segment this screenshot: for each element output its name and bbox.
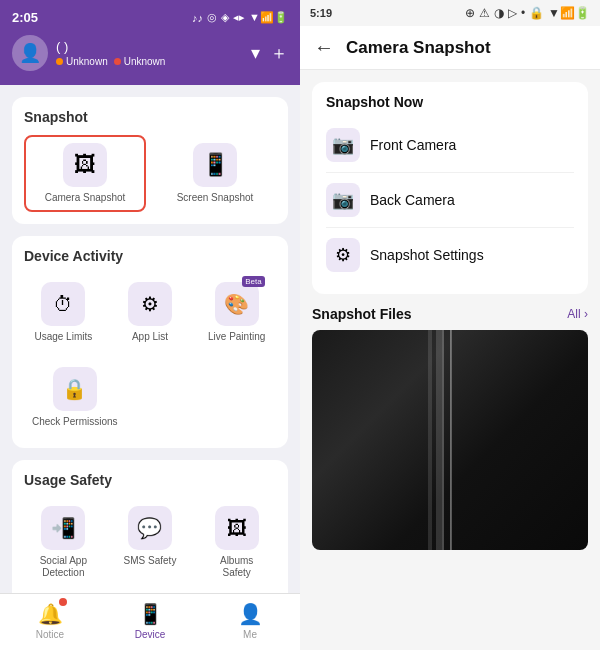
screen-snapshot-icon: 📱 [193, 143, 237, 187]
usage-limits-label: Usage Limits [34, 331, 92, 343]
snapshot-now-title: Snapshot Now [326, 94, 574, 110]
usage-safety-title: Usage Safety [24, 472, 276, 488]
right-status-icons: ⊕ ⚠ ◑ ▷ • 🔒 ▼📶🔋 [465, 6, 590, 20]
usage-limits-icon: ⏱ [41, 282, 85, 326]
image-stripe-3 [450, 330, 451, 550]
app-list-item[interactable]: ⚙ App List [111, 274, 190, 351]
front-camera-item[interactable]: 📷 Front Camera [326, 118, 574, 173]
social-app-detection-label: Social App Detection [32, 555, 95, 579]
live-painting-icon-wrap: 🎨 Beta [215, 282, 259, 326]
snapshot-image [312, 330, 588, 550]
add-button[interactable]: ＋ [270, 41, 288, 65]
nav-device[interactable]: 📱 Device [100, 594, 200, 650]
right-title: Camera Snapshot [346, 38, 491, 58]
right-header: ← Camera Snapshot [300, 26, 600, 70]
snapshot-settings-item[interactable]: ⚙ Snapshot Settings [326, 228, 574, 282]
device-activity-section: Device Activity ⏱ Usage Limits ⚙ App Lis… [12, 236, 288, 448]
me-label: Me [243, 629, 257, 640]
social-app-detection-item[interactable]: 📲 Social App Detection [24, 498, 103, 587]
app-list-icon: ⚙ [128, 282, 172, 326]
albums-safety-label: Albums Safety [205, 555, 268, 579]
device-activity-row2: 🔒 Check Permissions [24, 359, 276, 436]
snapshot-files-all[interactable]: All › [567, 307, 588, 321]
albums-safety-icon: 🖼 [215, 506, 259, 550]
snapshot-files-header: Snapshot Files All › [312, 306, 588, 322]
left-status-bar: 2:05 ♪♪ ◎ ◈ ◂▸ ▼📶🔋 [12, 10, 288, 25]
notice-badge [59, 598, 67, 606]
sms-safety-item[interactable]: 💬 SMS Safety [111, 498, 190, 587]
snapshot-settings-icon: ⚙ [326, 238, 360, 272]
front-camera-icon: 📷 [326, 128, 360, 162]
image-stripe-1 [428, 330, 432, 550]
screen-snapshot-item[interactable]: 📱 Screen Snapshot [154, 135, 276, 212]
back-camera-label: Back Camera [370, 192, 455, 208]
right-content: Snapshot Now 📷 Front Camera 📷 Back Camer… [300, 70, 600, 650]
check-permissions-label: Check Permissions [32, 416, 118, 428]
camera-snapshot-item[interactable]: 🖼 Camera Snapshot [24, 135, 146, 212]
sms-safety-label: SMS Safety [124, 555, 177, 567]
right-status-bar: 5:19 ⊕ ⚠ ◑ ▷ • 🔒 ▼📶🔋 [300, 0, 600, 26]
badge-unknown-1: Unknown [56, 56, 108, 67]
snapshot-settings-label: Snapshot Settings [370, 247, 484, 263]
back-camera-icon: 📷 [326, 183, 360, 217]
snapshot-grid: 🖼 Camera Snapshot 📱 Screen Snapshot [24, 135, 276, 212]
sms-safety-icon: 💬 [128, 506, 172, 550]
snapshot-title: Snapshot [24, 109, 276, 125]
snapshot-section: Snapshot 🖼 Camera Snapshot 📱 Screen Snap… [12, 97, 288, 224]
left-content: Snapshot 🖼 Camera Snapshot 📱 Screen Snap… [0, 85, 300, 593]
nav-notice[interactable]: 🔔 Notice [0, 594, 100, 650]
account-info: 👤 ( ) Unknown Unknown [12, 35, 165, 71]
usage-limits-item[interactable]: ⏱ Usage Limits [24, 274, 103, 351]
device-activity-grid: ⏱ Usage Limits ⚙ App List 🎨 Beta Live Pa… [24, 274, 276, 351]
social-app-detection-icon: 📲 [41, 506, 85, 550]
app-list-label: App List [132, 331, 168, 343]
badge-dot-red [114, 58, 121, 65]
snapshot-now-section: Snapshot Now 📷 Front Camera 📷 Back Camer… [312, 82, 588, 294]
account-badges: Unknown Unknown [56, 56, 165, 67]
albums-safety-item[interactable]: 🖼 Albums Safety [197, 498, 276, 587]
left-header: 2:05 ♪♪ ◎ ◈ ◂▸ ▼📶🔋 👤 ( ) Unknown [0, 0, 300, 85]
snapshot-files-section: Snapshot Files All › [312, 306, 588, 550]
front-camera-label: Front Camera [370, 137, 456, 153]
camera-snapshot-icon: 🖼 [63, 143, 107, 187]
avatar: 👤 [12, 35, 48, 71]
device-activity-title: Device Activity [24, 248, 276, 264]
left-status-icons: ♪♪ ◎ ◈ ◂▸ ▼📶🔋 [192, 11, 288, 24]
notice-icon: 🔔 [38, 602, 63, 626]
bottom-nav: 🔔 Notice 📱 Device 👤 Me [0, 593, 300, 650]
nav-me[interactable]: 👤 Me [200, 594, 300, 650]
device-label: Device [135, 629, 166, 640]
dropdown-button[interactable]: ▾ [251, 42, 260, 64]
back-camera-item[interactable]: 📷 Back Camera [326, 173, 574, 228]
right-time: 5:19 [310, 7, 332, 19]
usage-safety-grid: 📲 Social App Detection 💬 SMS Safety 🖼 Al… [24, 498, 276, 587]
check-permissions-item[interactable]: 🔒 Check Permissions [24, 359, 126, 436]
left-panel: 2:05 ♪♪ ◎ ◈ ◂▸ ▼📶🔋 👤 ( ) Unknown [0, 0, 300, 650]
right-panel: 5:19 ⊕ ⚠ ◑ ▷ • 🔒 ▼📶🔋 ← Camera Snapshot S… [300, 0, 600, 650]
account-details: ( ) Unknown Unknown [56, 39, 165, 67]
check-permissions-icon: 🔒 [53, 367, 97, 411]
device-icon: 📱 [138, 602, 163, 626]
live-painting-icon: 🎨 [215, 282, 259, 326]
back-button[interactable]: ← [314, 36, 334, 59]
camera-snapshot-label: Camera Snapshot [45, 192, 126, 204]
left-time: 2:05 [12, 10, 38, 25]
account-row: 👤 ( ) Unknown Unknown [12, 35, 288, 71]
live-painting-item[interactable]: 🎨 Beta Live Painting [197, 274, 276, 351]
account-name: ( ) [56, 39, 165, 54]
badge-unknown-2: Unknown [114, 56, 166, 67]
badge-dot-orange [56, 58, 63, 65]
image-stripe-2 [442, 330, 444, 550]
me-icon: 👤 [238, 602, 263, 626]
usage-safety-section: Usage Safety 📲 Social App Detection 💬 SM… [12, 460, 288, 593]
live-painting-label: Live Painting [208, 331, 265, 343]
account-actions: ▾ ＋ [251, 41, 288, 65]
notice-label: Notice [36, 629, 64, 640]
snapshot-files-title: Snapshot Files [312, 306, 412, 322]
screen-snapshot-label: Screen Snapshot [177, 192, 254, 204]
beta-badge: Beta [242, 276, 264, 287]
